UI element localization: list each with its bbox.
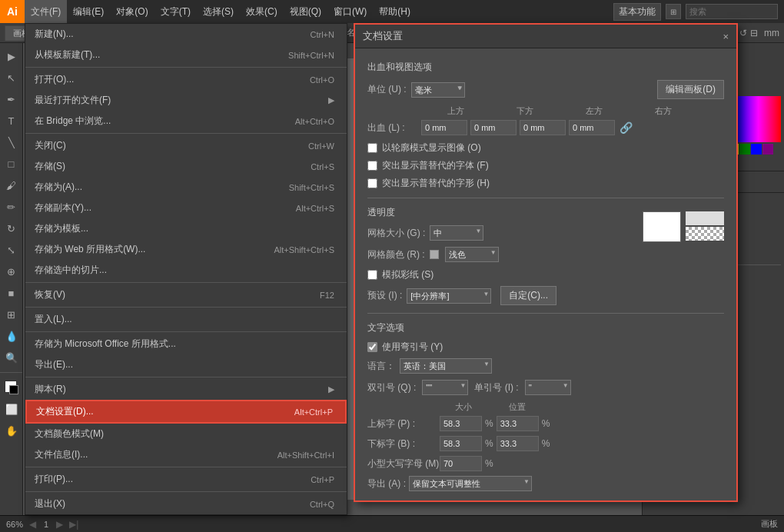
font-checkbox[interactable] (367, 161, 377, 171)
rect-tool[interactable]: □ (2, 154, 22, 174)
grid-color-select[interactable]: 浅色 深色 (445, 247, 499, 262)
menu-print[interactable]: 打印(P)... Ctrl+P (25, 469, 347, 490)
scale-tool[interactable]: ⤡ (2, 240, 22, 260)
edit-artboard-btn[interactable]: 编辑画板(D) (657, 80, 724, 99)
language-select[interactable]: 英语：美国 (400, 358, 492, 374)
smallcaps-input[interactable] (440, 456, 482, 471)
menu-help[interactable]: 帮助(H) (373, 0, 417, 23)
sep2 (25, 133, 347, 134)
menu-effect[interactable]: 效果(C) (240, 0, 284, 23)
hand-tool[interactable]: ✋ (2, 421, 22, 441)
unit-row: 单位 (U) : 毫米 像素 厘米 英寸 ▼ 编辑画板(D) (367, 80, 724, 99)
double-quote-select[interactable]: "" (422, 380, 468, 395)
language-wrapper: 英语：美国 (400, 358, 492, 374)
menu-file-info[interactable]: 文件信息(I)... Alt+Shift+Ctrl+I (25, 444, 347, 465)
export-select[interactable]: 保留文本可调整性 (409, 476, 532, 491)
glyph-checkbox[interactable] (367, 178, 377, 188)
search-input[interactable] (686, 4, 778, 19)
screen-mode[interactable]: ⬜ (2, 399, 22, 419)
subscript-pos-input[interactable] (497, 436, 539, 451)
menu-open[interactable]: 打开(O)... Ctrl+O (25, 69, 347, 90)
dialog-close-icon[interactable]: × (723, 31, 729, 42)
nav-last[interactable]: ▶| (69, 519, 78, 530)
menu-scripts[interactable]: 脚本(R) ▶ (25, 379, 347, 400)
export-label: 导出(E)... (35, 358, 73, 371)
single-quote-select[interactable]: '' (525, 380, 571, 395)
menu-edit[interactable]: 编辑(E) (67, 0, 110, 23)
menu-object[interactable]: 对象(O) (110, 0, 154, 23)
paintbrush-tool[interactable]: 🖌 (2, 175, 22, 195)
nav-prev[interactable]: ◀ (29, 519, 36, 530)
menu-view[interactable]: 视图(Q) (284, 0, 327, 23)
line-tool[interactable]: ╲ (2, 132, 22, 152)
menu-file[interactable]: 文件(F) (25, 0, 67, 23)
menu-close[interactable]: 关闭(C) Ctrl+W (25, 135, 347, 156)
chain-link-icon[interactable]: 🔗 (620, 121, 633, 134)
subscript-size-input[interactable] (440, 436, 482, 451)
file-info-label: 文件信息(I)... (35, 448, 88, 461)
menu-bar: Ai 文件(F) 编辑(E) 对象(O) 文字(T) 选择(S) 效果(C) 视… (0, 0, 784, 23)
menu-save[interactable]: 存储(S) Ctrl+S (25, 156, 347, 177)
pen-tool[interactable]: ✒ (2, 89, 22, 109)
unit-select[interactable]: 毫米 像素 厘米 英寸 (411, 82, 465, 98)
menu-doc-color[interactable]: 文档颜色模式(M) (25, 424, 347, 444)
swatch-purple[interactable] (762, 144, 773, 155)
outline-checkbox[interactable] (367, 143, 377, 153)
fill-color[interactable] (2, 377, 22, 397)
simulate-checkbox[interactable] (367, 270, 377, 280)
preset-row: 预设 (I) : [中分辨率] [高分辨率] [低分辨率] 自定(C)... (367, 286, 724, 305)
menu-save-slices[interactable]: 存储选中的切片... (25, 260, 347, 281)
select-tool[interactable]: ▶ (2, 46, 22, 66)
menu-new-from-template[interactable]: 从模板新建(T)... Shift+Ctrl+N (25, 45, 347, 65)
grid-size-select[interactable]: 中 小 大 (430, 225, 483, 241)
bleed-right-input[interactable] (569, 120, 615, 135)
subscript-label: 下标字 (B) : (367, 437, 437, 451)
menu-export[interactable]: 导出(E)... (25, 354, 347, 375)
bleed-left-input[interactable] (520, 120, 566, 135)
menu-save-copy[interactable]: 存储副本(Y)... Alt+Ctrl+S (25, 198, 347, 218)
nav-next[interactable]: ▶ (56, 519, 63, 530)
bleed-bottom-input[interactable] (470, 120, 517, 135)
type-tool[interactable]: T (2, 111, 22, 131)
custom-btn[interactable]: 自定(C)... (500, 286, 556, 305)
menu-quit[interactable]: 退出(X) Ctrl+Q (25, 494, 347, 514)
mesh-tool[interactable]: ⊞ (2, 304, 22, 324)
quotes-checkbox[interactable] (367, 342, 377, 352)
menu-type[interactable]: 文字(T) (154, 0, 197, 23)
superscript-pos-input[interactable] (497, 416, 539, 431)
arrange-icon[interactable]: ⊞ (666, 4, 681, 19)
menu-place[interactable]: 置入(L)... (25, 309, 347, 330)
bleed-top-input[interactable] (421, 120, 467, 135)
menu-save-template[interactable]: 存储为模板... (25, 218, 347, 239)
menu-revert[interactable]: 恢复(V) F12 (25, 284, 347, 305)
menu-save-as[interactable]: 存储为(A)... Shift+Ctrl+S (25, 177, 347, 198)
menu-recent[interactable]: 最近打开的文件(F) ▶ (25, 90, 347, 111)
bleed-inputs-row: 出血 (L) : 🔗 (367, 120, 724, 135)
menu-bridge[interactable]: 在 Bridge 中浏览... Alt+Ctrl+O (25, 111, 347, 131)
menu-save-office[interactable]: 存储为 Microsoft Office 所用格式... (25, 334, 347, 354)
blend-tool[interactable]: ⊕ (2, 261, 22, 281)
zoom-tool[interactable]: 🔍 (2, 347, 22, 367)
swatch-green[interactable] (739, 144, 750, 155)
workspace-label[interactable]: 基本功能 (613, 3, 661, 21)
direct-select-tool[interactable]: ↖ (2, 68, 22, 88)
menu-window[interactable]: 窗口(W) (327, 0, 373, 23)
save-label: 存储(S) (35, 160, 65, 173)
preset-select[interactable]: [中分辨率] [高分辨率] [低分辨率] (407, 288, 491, 304)
arrange-view-icon[interactable]: ⊟ (750, 28, 758, 38)
menu-new[interactable]: 新建(N)... Ctrl+N (25, 24, 347, 45)
eyedropper-tool[interactable]: 💧 (2, 326, 22, 346)
rotate-icon[interactable]: ↺ (739, 28, 747, 38)
bridge-label: 在 Bridge 中浏览... (35, 115, 111, 128)
swatch-blue[interactable] (751, 144, 762, 155)
font-label: 突出显示普替代的字体 (F) (382, 159, 489, 172)
rotate-tool[interactable]: ↻ (2, 218, 22, 238)
menu-doc-settings[interactable]: 文档设置(D)... Alt+Ctrl+P (25, 400, 347, 424)
gradient-tool[interactable]: ■ (2, 283, 22, 303)
menu-save-web[interactable]: 存储为 Web 所用格式(W)... Alt+Shift+Ctrl+S (25, 239, 347, 260)
superscript-size-input[interactable] (440, 416, 482, 431)
grid-color-wrapper: 浅色 深色 (445, 247, 499, 262)
pencil-tool[interactable]: ✏ (2, 197, 22, 217)
menu-select[interactable]: 选择(S) (197, 0, 240, 23)
superscript-row: 上标字 (P) : % % (367, 416, 724, 431)
